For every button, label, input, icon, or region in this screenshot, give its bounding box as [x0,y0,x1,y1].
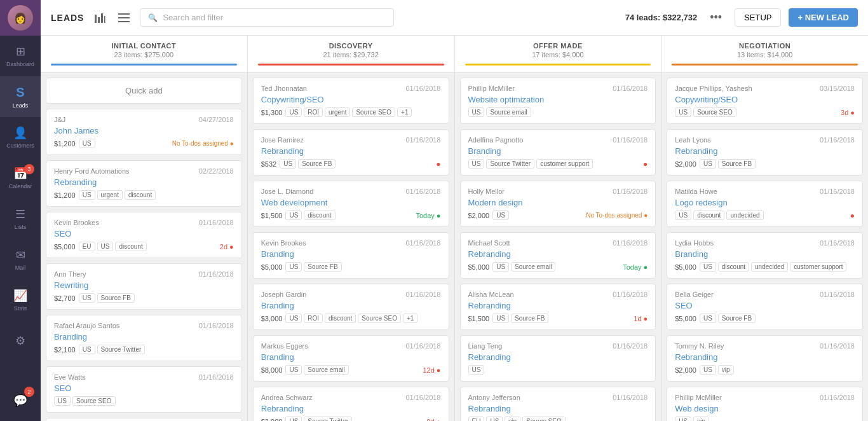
chart-icon-btn[interactable] [92,10,108,26]
card-title[interactable]: Copywriting/SEO [261,95,441,104]
lead-card[interactable]: Antony Jefferson01/16/2018RebrandingEUUS… [460,387,656,421]
lead-card[interactable]: Kevin Brookes01/16/2018Branding$5,000USS… [253,232,449,279]
lead-card[interactable]: Leah Lyons01/16/2018Rebranding$2,000USSo… [667,129,863,176]
sidebar-item-lists[interactable]: ☰ Lists [0,198,41,239]
card-title[interactable]: Rebranding [54,177,234,187]
card-title[interactable]: Rebranding [261,146,441,156]
card-title[interactable]: Web development [261,198,441,207]
card-title[interactable]: Branding [261,352,441,362]
new-lead-button[interactable]: + NEW LEAD [789,8,858,27]
card-tag: US [285,417,302,421]
lead-card[interactable]: Henry Ford Automations02/22/2018Rebrandi… [46,160,242,207]
avatar[interactable]: 👩 [8,5,33,31]
lead-card[interactable]: Adelfina Pagnotto01/16/2018BrandingUSSou… [460,129,656,176]
more-options-btn[interactable]: ••• [705,8,727,27]
lead-card[interactable]: Matilda Howe01/16/2018Logo redesignUSdis… [667,181,863,227]
sidebar-item-customers[interactable]: 👤 Customers [0,117,41,158]
sidebar-item-chat[interactable]: 2 💬 [0,380,41,421]
header-right: 74 leads: $322,732 ••• SETUP + NEW LEAD [625,8,858,27]
card-title[interactable]: Branding [261,301,441,310]
card-company: Markus Eggers [261,342,308,350]
quick-add-card[interactable]: Quick add [46,78,242,104]
card-status: Today ● [416,212,440,219]
card-date: 01/16/2018 [405,291,440,298]
card-status: 1d ● [634,315,648,322]
card-title[interactable]: SEO [54,229,234,238]
sidebar-label-calendar: Calendar [9,183,32,190]
lead-card[interactable]: Joseph Gardin01/16/2018Branding$3,000USR… [253,284,449,330]
card-company: Kevin Brookes [54,219,99,226]
lead-card[interactable]: Markus Eggers01/16/2018Branding$8,000USS… [253,335,449,382]
svg-rect-0 [95,15,97,23]
stage-header-negotiation: NEGOTIATION 13 items: $14,000 [661,36,868,72]
lead-card[interactable]: Phillip McMiller01/16/2018Website optimi… [460,78,656,124]
card-date: 01/16/2018 [199,322,234,329]
card-title[interactable]: Rebranding [261,404,441,413]
card-title[interactable]: Branding [261,249,441,259]
card-title[interactable]: Branding [468,146,648,156]
card-title[interactable]: Website optimization [468,95,648,104]
sidebar-item-mail[interactable]: ✉ Mail [0,239,41,280]
menu-icon-btn[interactable] [116,11,132,25]
card-title[interactable]: Branding [675,249,855,259]
card-title[interactable]: SEO [675,301,855,310]
lead-card[interactable]: Ted Jhonnatan01/16/2018Copywriting/SEO$1… [253,78,449,124]
card-title[interactable]: Modern design [468,198,648,207]
lead-card[interactable]: Jose L. Diamond01/16/2018Web development… [253,181,449,227]
card-tag: vip [693,417,709,421]
card-title[interactable]: John James [54,126,234,135]
stage-bar-0 [51,64,237,66]
lead-card[interactable]: Bella Geiger01/16/2018SEO$5,000USSource … [667,284,863,330]
card-title[interactable]: SEO [54,383,234,393]
stats-icon: 📈 [13,289,27,303]
lead-card[interactable]: Jacque Phillips, Yashesh03/15/2018Copywr… [667,78,863,124]
card-title[interactable]: Rebranding [468,404,648,413]
card-title[interactable]: Rebranding [468,249,648,259]
lead-card[interactable]: Michael Scott01/16/2018Rebranding$5,000U… [460,232,656,279]
card-title[interactable]: Rebranding [675,352,855,362]
lead-card[interactable]: Holly Mellor01/16/2018Modern design$2,00… [460,181,656,227]
lead-card[interactable]: Phillip McMiller01/16/2018Web designUSvi… [667,387,863,421]
card-amount: $2,000 [468,212,490,219]
lead-card[interactable]: J&J04/27/2018John James$1,200USNo To-dos… [46,109,242,155]
lead-card[interactable]: Tommy N. Riley01/16/2018Rebranding$2,000… [667,335,863,382]
search-bar[interactable]: 🔍 Search and filter [140,8,394,27]
card-title[interactable]: Web design [675,404,855,413]
stage-header-offer-made: OFFER MADE 17 items: $4,000 [455,36,662,72]
card-tag: US [700,262,716,272]
sidebar-item-stats[interactable]: 📈 Stats [0,280,41,321]
sidebar-item-dashboard[interactable]: ⊞ Dashboard [0,36,41,76]
card-tag: US [486,417,503,421]
lead-card[interactable]: Jose Ramirez01/16/2018Rebranding$532USSo… [253,129,449,176]
col-offer-made: Phillip McMiller01/16/2018Website optimi… [455,72,662,421]
card-title[interactable]: Rebranding [675,146,855,156]
lead-card[interactable]: Ann Thery01/16/2018Rewriting$2,700USSour… [46,263,242,310]
card-company: Leah Lyons [675,136,710,144]
card-tag: US [468,365,485,375]
card-title[interactable]: Rebranding [468,301,648,310]
card-tag: Source SEO [352,107,395,117]
lead-card[interactable]: Lydia Hobbs01/16/2018Branding$5,000USdis… [667,232,863,279]
lead-card[interactable]: Andrea Schwarz01/16/2018Rebranding$3,000… [253,387,449,421]
lead-card[interactable]: Kevin Brookes01/16/2018SEO$5,000EUUSdisc… [46,212,242,258]
card-amount: $2,700 [54,294,76,302]
card-title[interactable]: Branding [54,332,234,342]
lead-card[interactable]: Nicole Bohm01/16/2018 [46,418,242,421]
sidebar-item-calendar[interactable]: 3 📅 Calendar [0,158,41,198]
settings-icon: ⚙ [15,334,25,348]
stage-sub-3: 13 items: $14,000 [672,51,858,59]
card-tag: US [285,107,302,117]
card-title[interactable]: Logo redesign [675,198,855,207]
lead-card[interactable]: Alisha McLean01/16/2018Rebranding$1,500U… [460,284,656,330]
lead-card[interactable]: Liang Teng01/16/2018RebrandingUS [460,335,656,382]
card-amount: $1,200 [54,140,76,148]
sidebar-item-leads[interactable]: S Leads [0,76,41,117]
card-title[interactable]: Rebranding [468,352,648,362]
card-title[interactable]: Copywriting/SEO [675,95,855,104]
sidebar-item-settings[interactable]: ⚙ [0,321,41,361]
card-company: Michael Scott [468,239,510,247]
lead-card[interactable]: Eve Watts01/16/2018SEOUSSource SEO [46,366,242,413]
card-title[interactable]: Rewriting [54,280,234,290]
lead-card[interactable]: Rafael Araujo Santos01/16/2018Branding$2… [46,315,242,361]
setup-button[interactable]: SETUP [735,8,781,27]
